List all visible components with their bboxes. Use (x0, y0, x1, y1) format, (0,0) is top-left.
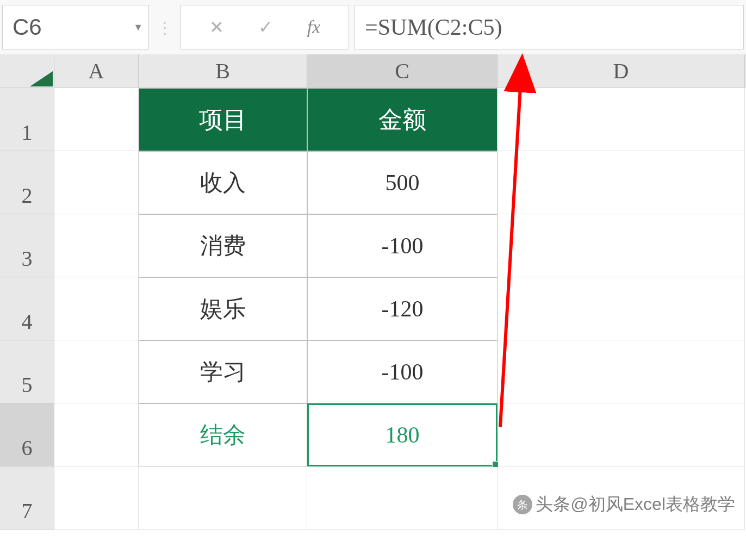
cancel-icon[interactable]: ✕ (209, 17, 224, 38)
cell-b5[interactable]: 学习 (139, 340, 307, 403)
cell-d3[interactable] (498, 214, 745, 277)
cell-b2[interactable]: 收入 (139, 151, 307, 214)
row-header-7[interactable]: 7 (0, 466, 54, 530)
cell-a3[interactable] (54, 214, 139, 277)
row-header-4[interactable]: 4 (0, 277, 54, 340)
separator-icon: ⋮ (154, 18, 175, 37)
cell-c7[interactable] (307, 466, 498, 530)
watermark-icon: 条 (513, 495, 532, 514)
column-header-b[interactable]: B (139, 54, 307, 88)
cell-a6[interactable] (54, 403, 139, 466)
dropdown-icon[interactable]: ▼ (133, 22, 143, 33)
cell-c1[interactable]: 金额 (307, 88, 498, 151)
cell-a7[interactable] (54, 466, 139, 530)
select-all-corner[interactable] (0, 54, 54, 88)
column-header-d[interactable]: D (498, 54, 745, 88)
column-headers: A B C D (0, 54, 746, 88)
formula-bar: C6 ▼ ⋮ ✕ ✓ fx =SUM(C2:C5) (0, 0, 746, 54)
cell-b4[interactable]: 娱乐 (139, 277, 307, 340)
cells-area: 项目 金额 收入 500 消费 -100 娱乐 -12 (54, 88, 745, 530)
column-header-a[interactable]: A (54, 54, 139, 88)
cell-d4[interactable] (498, 277, 745, 340)
cell-b1[interactable]: 项目 (139, 88, 307, 151)
cell-d2[interactable] (498, 151, 745, 214)
cell-a4[interactable] (54, 277, 139, 340)
cell-c6[interactable]: 180 (307, 403, 498, 466)
cell-c5[interactable]: -100 (307, 340, 498, 403)
watermark: 条 头条@初风Excel表格教学 (513, 493, 735, 517)
cell-b7[interactable] (139, 466, 307, 530)
fx-icon[interactable]: fx (307, 17, 321, 38)
cell-c4[interactable]: -120 (307, 277, 498, 340)
cell-a2[interactable] (54, 151, 139, 214)
watermark-text: 头条@初风Excel表格教学 (536, 493, 735, 517)
cell-a5[interactable] (54, 340, 139, 403)
cell-d6[interactable] (498, 403, 745, 466)
cell-c3[interactable]: -100 (307, 214, 498, 277)
formula-text: =SUM(C2:C5) (365, 14, 502, 40)
cell-a1[interactable] (54, 88, 139, 151)
row-header-6[interactable]: 6 (0, 403, 54, 466)
formula-controls: ✕ ✓ fx (181, 5, 349, 49)
row-header-2[interactable]: 2 (0, 151, 54, 214)
cell-c2[interactable]: 500 (307, 151, 498, 214)
row-header-1[interactable]: 1 (0, 88, 54, 151)
row-header-3[interactable]: 3 (0, 214, 54, 277)
name-box[interactable]: C6 ▼ (2, 5, 149, 49)
cell-d1[interactable] (498, 88, 745, 151)
row-headers: 1 2 3 4 5 6 7 (0, 88, 54, 530)
cell-reference: C6 (13, 14, 42, 40)
cell-d5[interactable] (498, 340, 745, 403)
spreadsheet-grid: A B C D 1 2 3 4 5 6 7 项目 金额 收入 (0, 54, 746, 530)
column-header-c[interactable]: C (307, 54, 498, 88)
cell-b3[interactable]: 消费 (139, 214, 307, 277)
confirm-icon[interactable]: ✓ (258, 17, 273, 38)
cell-b6[interactable]: 结余 (139, 403, 307, 466)
row-header-5[interactable]: 5 (0, 340, 54, 403)
formula-input[interactable]: =SUM(C2:C5) (355, 5, 744, 49)
